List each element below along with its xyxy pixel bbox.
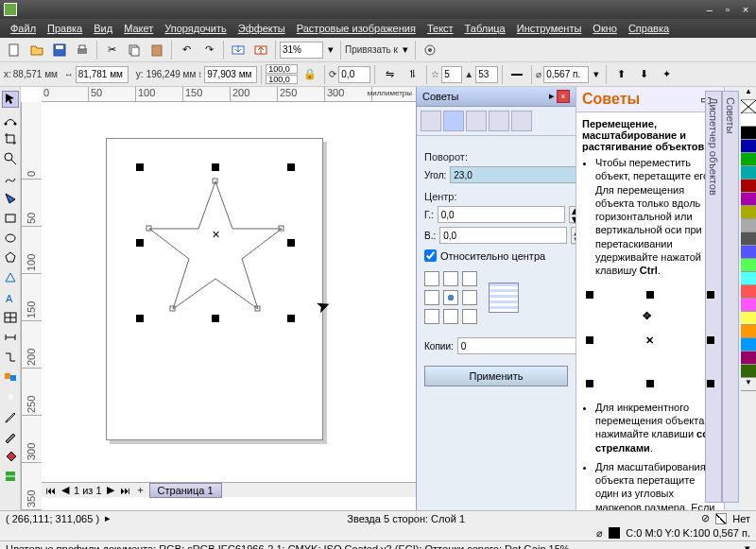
to-back-icon[interactable]: ⬇ (633, 64, 654, 85)
minimize-icon[interactable]: – (703, 3, 716, 16)
maximize-icon[interactable]: ▫ (721, 3, 734, 16)
cut-icon[interactable]: ✂ (101, 40, 122, 60)
zoom-dropdown-icon[interactable]: ▾ (325, 40, 336, 60)
rotation-field[interactable] (338, 66, 370, 83)
new-icon[interactable] (4, 40, 25, 60)
smart-fill-tool[interactable] (2, 190, 19, 207)
color-swatch[interactable] (741, 193, 756, 206)
tab-skew-icon[interactable] (511, 111, 532, 131)
status-tray-icon[interactable]: ▾ (745, 542, 750, 549)
menu-растровые изображения[interactable]: Растровые изображения (292, 21, 421, 36)
lock-ratio-icon[interactable]: 🔒 (300, 64, 320, 85)
menu-макет[interactable]: Макет (119, 21, 158, 36)
no-color-swatch[interactable] (741, 100, 756, 113)
scale-y-field[interactable] (266, 75, 298, 84)
color-swatch[interactable] (741, 232, 756, 246)
fill-tool[interactable] (2, 448, 19, 465)
menu-таблица[interactable]: Таблица (460, 21, 510, 36)
palette-up-icon[interactable]: ▲ (741, 87, 756, 100)
copies-field[interactable] (457, 337, 585, 354)
undo-icon[interactable]: ↶ (176, 40, 197, 60)
outline-dropdown-icon[interactable]: ▾ (591, 64, 602, 85)
color-swatch[interactable] (741, 272, 756, 285)
docker-tab[interactable]: Советы (722, 91, 739, 503)
open-icon[interactable] (26, 40, 47, 60)
pick-tool[interactable] (2, 91, 19, 108)
menu-файл[interactable]: Файл (6, 21, 41, 36)
color-swatch[interactable] (741, 299, 756, 312)
tab-scale-icon[interactable] (466, 111, 487, 131)
redo-icon[interactable]: ↷ (198, 40, 219, 60)
eyedropper-tool[interactable] (2, 408, 19, 425)
last-page-icon[interactable]: ⏭ (119, 484, 132, 497)
color-swatch[interactable] (741, 246, 756, 259)
transparency-tool[interactable] (2, 388, 19, 405)
first-page-icon[interactable]: ⏮ (43, 484, 57, 497)
angle-field[interactable] (450, 166, 577, 183)
relative-center-checkbox[interactable] (424, 249, 437, 262)
selected-star[interactable]: ✕ (140, 167, 291, 318)
tab-size-icon[interactable] (489, 111, 509, 131)
outline-tool[interactable] (2, 428, 19, 445)
import-icon[interactable] (228, 40, 249, 60)
zoom-tool[interactable] (2, 150, 19, 167)
color-swatch[interactable] (741, 180, 756, 193)
ellipse-tool[interactable] (2, 230, 19, 247)
color-swatch[interactable] (741, 153, 756, 166)
workspace[interactable]: ✕ ➤ (42, 102, 416, 482)
color-swatch[interactable] (741, 312, 756, 325)
apply-button[interactable]: Применить (424, 366, 568, 386)
table-tool[interactable] (2, 309, 19, 326)
options-icon[interactable] (420, 40, 440, 60)
menu-окно[interactable]: Окно (588, 21, 622, 36)
menu-правка[interactable]: Правка (43, 21, 87, 36)
next-page-icon[interactable]: ▶ (104, 484, 117, 497)
prev-page-icon[interactable]: ◀ (59, 484, 72, 497)
docker-close-icon[interactable]: × (557, 90, 570, 103)
menu-справка[interactable]: Справка (624, 21, 674, 36)
sharpness-field[interactable] (475, 66, 498, 83)
shape-tool[interactable] (2, 111, 19, 128)
color-swatch[interactable] (741, 127, 756, 140)
tab-rotate-icon[interactable] (443, 111, 464, 131)
convert-curves-icon[interactable]: ✦ (656, 64, 677, 85)
palette-down-icon[interactable]: ▼ (741, 378, 756, 391)
copy-icon[interactable] (124, 40, 145, 60)
text-tool[interactable]: A (2, 289, 19, 306)
menu-текст[interactable]: Текст (422, 21, 458, 36)
mirror-h-icon[interactable]: ⇋ (379, 64, 400, 85)
menu-эффекты[interactable]: Эффекты (233, 21, 290, 36)
to-front-icon[interactable]: ⬆ (610, 64, 631, 85)
docker-expand-icon[interactable]: ▸ (549, 90, 555, 103)
freehand-tool[interactable] (2, 170, 19, 187)
outline-style-icon[interactable] (507, 64, 527, 85)
color-swatch[interactable] (741, 140, 756, 153)
color-swatch[interactable] (741, 338, 756, 352)
color-swatch[interactable] (741, 325, 756, 338)
mirror-v-icon[interactable]: ⥮ (402, 64, 422, 85)
export-icon[interactable] (250, 40, 271, 60)
anchor-grid[interactable] (424, 271, 477, 324)
width-field[interactable] (76, 66, 129, 83)
print-icon[interactable] (72, 40, 93, 60)
basic-shapes-tool[interactable] (2, 269, 19, 286)
color-swatch[interactable] (741, 365, 756, 378)
outline-swatch[interactable] (609, 527, 620, 539)
dimension-tool[interactable] (2, 329, 19, 346)
center-x-field[interactable] (438, 206, 565, 223)
color-swatch[interactable] (741, 166, 756, 180)
height-field[interactable] (204, 66, 257, 83)
color-swatch[interactable] (741, 259, 756, 272)
center-y-field[interactable] (439, 227, 567, 244)
polygon-tool[interactable] (2, 249, 19, 266)
zoom-combo[interactable] (280, 42, 323, 59)
color-swatch[interactable] (741, 113, 756, 127)
color-swatch[interactable] (741, 352, 756, 365)
rectangle-tool[interactable] (2, 210, 19, 227)
save-icon[interactable] (49, 40, 70, 60)
color-swatch[interactable] (741, 206, 756, 219)
scale-x-field[interactable] (266, 64, 298, 74)
star-points-field[interactable] (441, 66, 462, 83)
close-icon[interactable]: × (739, 3, 752, 16)
no-fill-icon[interactable] (715, 513, 727, 524)
